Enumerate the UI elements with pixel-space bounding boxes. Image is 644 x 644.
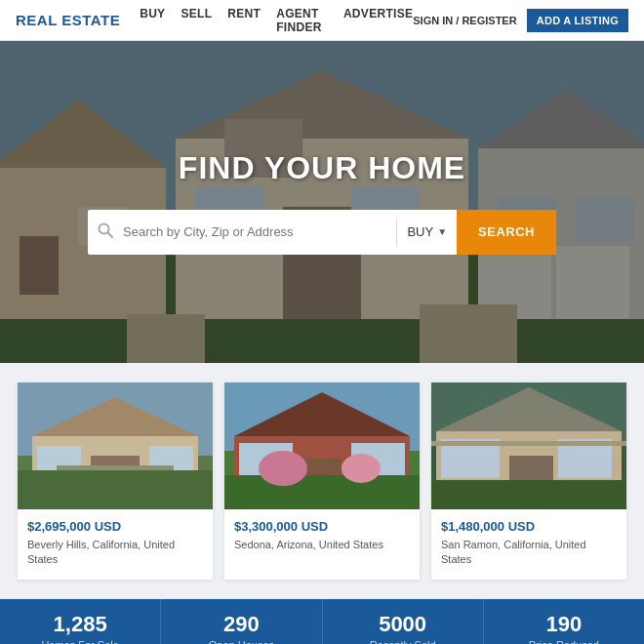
stat-open-houses: 290 Open Houses (161, 599, 322, 644)
svg-point-42 (342, 454, 381, 483)
nav-sell[interactable]: SELL (181, 7, 212, 34)
listing-image-1 (18, 382, 213, 509)
stat-label-2: Open Houses (209, 639, 274, 644)
search-icon (88, 222, 123, 242)
nav-advertise[interactable]: ADVERTISE (343, 7, 413, 34)
stats-bar: 1,285 Homes For Sale 290 Open Houses 500… (0, 599, 644, 644)
search-button[interactable]: SEARCH (457, 210, 556, 255)
stat-homes-for-sale: 1,285 Homes For Sale (0, 599, 161, 644)
stat-number-4: 190 (546, 613, 583, 636)
hero-title: FIND YOUR HOME (179, 150, 465, 186)
listings-grid: $2,695,000 USD Beverly Hills, California… (16, 382, 628, 580)
svg-rect-51 (431, 441, 626, 446)
svg-rect-50 (431, 480, 626, 509)
listing-location-1: Beverly Hills, California, United States (27, 538, 203, 568)
search-bar: BUY ▼ SEARCH (88, 210, 556, 255)
stat-number-2: 290 (223, 613, 260, 636)
listing-price-1: $2,695,000 USD (27, 519, 203, 534)
stat-label-3: Recently Sold (370, 639, 436, 644)
listing-price-2: $3,300,000 USD (234, 519, 410, 534)
listing-info-1: $2,695,000 USD Beverly Hills, California… (18, 509, 213, 580)
nav-buy[interactable]: BUY (140, 7, 165, 34)
svg-line-23 (108, 232, 113, 237)
search-type-label: BUY (407, 224, 433, 239)
stat-recently-sold: 5000 Recently Sold (323, 599, 484, 644)
stat-number-3: 5000 (379, 613, 426, 636)
svg-rect-31 (18, 470, 213, 509)
hero-section: FIND YOUR HOME BUY ▼ SEARCH (0, 41, 644, 363)
listing-location-2: Sedona, Arizona, United States (234, 538, 410, 552)
listing-card-1[interactable]: $2,695,000 USD Beverly Hills, California… (18, 382, 213, 580)
search-type-selector[interactable]: BUY ▼ (397, 224, 457, 239)
listing-info-2: $3,300,000 USD Sedona, Arizona, United S… (224, 509, 420, 564)
stat-price-reduced: 190 Price Reduced (484, 599, 644, 644)
stat-label-1: Homes For Sale (41, 639, 118, 644)
nav-agent-finder[interactable]: AGENT FINDER (276, 7, 328, 34)
listing-info-3: $1,480,000 USD San Ramon, California, Un… (431, 509, 626, 580)
nav-rent[interactable]: RENT (227, 7, 261, 34)
svg-point-41 (259, 451, 307, 486)
nav-right: SIGN IN / REGISTER ADD A LISTING (413, 9, 628, 32)
navbar: REAL ESTATE BUY SELL RENT AGENT FINDER A… (0, 0, 644, 41)
hero-content: FIND YOUR HOME BUY ▼ SEARCH (0, 41, 644, 363)
listings-section: $2,695,000 USD Beverly Hills, California… (0, 363, 644, 599)
svg-rect-40 (224, 475, 420, 509)
brand-logo: REAL ESTATE (16, 12, 120, 28)
svg-rect-32 (57, 465, 174, 470)
stat-label-4: Price Reduced (529, 639, 599, 644)
add-listing-button[interactable]: ADD A LISTING (527, 9, 628, 32)
nav-links: BUY SELL RENT AGENT FINDER ADVERTISE (140, 7, 413, 34)
search-input[interactable] (123, 224, 396, 239)
chevron-down-icon: ▼ (437, 226, 447, 237)
listing-image-2 (224, 382, 420, 509)
listing-card-2[interactable]: $3,300,000 USD Sedona, Arizona, United S… (224, 382, 420, 580)
listing-card-3[interactable]: $1,480,000 USD San Ramon, California, Un… (431, 382, 626, 580)
sign-in-button[interactable]: SIGN IN / REGISTER (413, 15, 516, 26)
listing-location-3: San Ramon, California, United States (441, 538, 617, 568)
stat-number-1: 1,285 (54, 613, 107, 636)
listing-image-3 (431, 382, 626, 509)
listing-price-3: $1,480,000 USD (441, 519, 617, 534)
